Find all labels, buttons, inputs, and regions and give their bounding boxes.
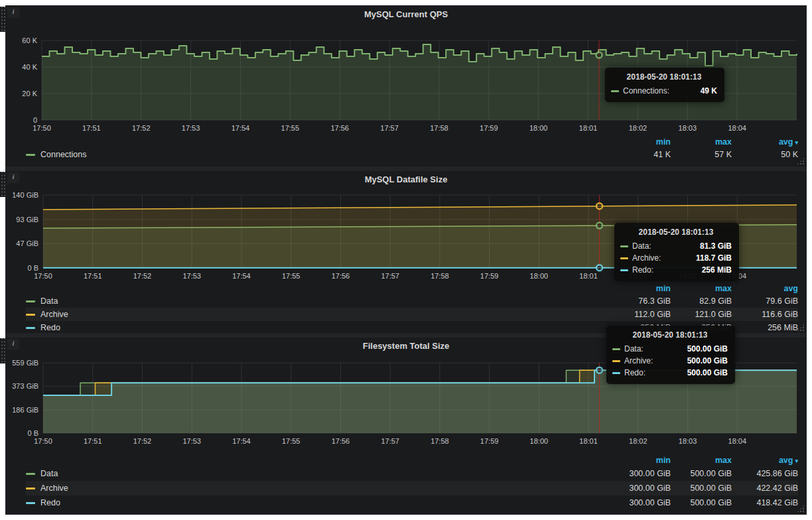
legend-series-toggle-redo[interactable]: Redo [26,498,60,507]
x-axis-label: 18:02 [629,437,647,445]
x-axis-label: 17:50 [33,124,51,132]
legend-sort-min[interactable]: min [610,137,671,147]
tooltip-timestamp: 2018-05-20 18:01:13 [620,228,732,240]
legend-value-max: 500.00 GiB [671,469,732,478]
x-axis-label: 18:01 [579,124,598,132]
tooltip-series-label: Connections: [623,86,679,96]
x-axis-label: 17:53 [182,272,201,280]
legend-series-label: Connections [40,150,87,159]
crosshair-marker-data [596,223,602,229]
legend-series-label: Archive [40,310,68,319]
x-axis-label: 18:03 [679,437,697,445]
x-axis-label: 18:04 [728,437,747,445]
panel-drag-handle-icon[interactable] [0,338,6,363]
tooltip-row: Archive:500.00 GiB [612,355,728,367]
filesystem-legend: minmaxavg▾Data300.00 GiB500.00 GiB425.86… [6,454,806,510]
sort-caret-icon: ▾ [795,458,798,464]
legend-value-avg: 418.42 GiB [732,498,798,507]
legend-series-label: Redo [40,498,60,507]
x-axis-label: 17:58 [431,272,449,280]
x-axis-label: 17:52 [133,437,152,445]
tooltip-series-label: Archive: [632,253,670,263]
legend-series-toggle-data[interactable]: Data [26,296,58,306]
info-icon[interactable]: i [7,7,19,18]
x-axis-label: 17:51 [84,272,102,280]
legend-sort-max[interactable]: max [671,284,732,293]
crosshair-marker-redo [596,265,602,271]
series-color-dash-icon [26,487,35,489]
legend-series-label: Data [40,296,58,306]
tooltip-timestamp: 2018-05-20 18:01:13 [611,72,717,85]
y-axis-label: 93 GiB [16,216,38,224]
panel-title[interactable]: MySQL Current QPS [364,9,448,19]
x-axis-label: 18:00 [530,437,549,445]
y-axis-label: 0 B [27,264,38,272]
tooltip-series-label: Data: [624,344,653,354]
legend-sort-avg[interactable]: avg▾ [732,137,798,147]
y-axis-label: 186 GiB [12,406,38,414]
tooltip-series-label: Data: [632,241,661,251]
x-axis-label: 18:00 [529,124,548,132]
x-axis-label: 17:55 [281,124,300,132]
tooltip-series-label: Redo: [632,265,663,275]
y-axis-label: 40 K [22,63,37,71]
series-color-dash-icon [620,245,628,247]
legend-sort-min[interactable]: min [610,456,671,465]
x-axis-label: 18:04 [728,124,746,132]
legend-value-min: 76.3 GiB [610,296,671,306]
chart-tooltip: 2018-05-20 18:01:13Connections:49 K [605,68,724,102]
crosshair-marker-redo [596,367,602,373]
tooltip-row: Redo:256 MiB [620,264,732,276]
legend-series-toggle-archive[interactable]: Archive [26,310,68,319]
info-icon[interactable]: i [7,172,19,183]
legend-sort-max[interactable]: max [671,137,732,147]
legend-series-label: Redo [40,323,60,332]
x-axis-label: 17:56 [332,272,350,280]
panel-title[interactable]: Filesystem Total Size [363,341,450,351]
legend-value-max: 500.00 GiB [671,498,732,507]
legend-row-data: Data76.3 GiB82.9 GiB79.6 GiB [26,294,798,308]
x-axis-label: 17:54 [232,437,251,445]
panel-title[interactable]: MySQL Datafile Size [365,174,448,184]
legend-header-row: minmaxavg▾ [26,136,798,148]
x-axis-label: 17:52 [132,124,151,132]
panel-drag-handle-icon[interactable] [0,7,6,32]
x-axis-label: 17:57 [381,272,399,280]
x-axis-label: 17:59 [480,272,499,280]
crosshair-marker-connections [596,52,602,58]
panel-drag-handle-icon[interactable] [0,172,6,197]
y-axis-label: 0 B [27,429,38,437]
legend-series-toggle-archive[interactable]: Archive [26,484,68,493]
tooltip-series-value: 500.00 GiB [687,356,728,365]
legend-series-toggle-redo[interactable]: Redo [26,323,60,332]
tooltip-series-value: 500.00 GiB [687,344,728,354]
series-color-dash-icon [26,473,35,475]
legend-value-avg: 422.42 GiB [732,484,798,493]
legend-series-toggle-data[interactable]: Data [26,469,58,478]
legend-sort-max[interactable]: max [671,456,732,465]
info-icon[interactable]: i [7,339,19,350]
x-axis-label: 17:58 [431,437,449,445]
x-axis-label: 17:53 [182,437,201,445]
y-axis-label: 60 K [22,36,37,44]
y-axis-label: 47 GiB [16,239,38,247]
qps-legend: minmaxavg▾Connections41 K57 K50 K [6,136,806,161]
legend-sort-avg[interactable]: avg [732,284,798,293]
series-color-dash-icon [26,502,35,504]
x-axis-label: 18:00 [530,272,549,280]
crosshair-marker-archive [596,203,602,209]
series-color-dash-icon [611,90,619,92]
y-axis-label: 140 GiB [12,191,38,199]
legend-value-avg: 425.86 GiB [732,469,798,478]
x-axis-label: 18:03 [679,124,697,132]
legend-value-min: 300.00 GiB [610,498,671,507]
legend-series-toggle-connections[interactable]: Connections [26,150,87,159]
x-axis-label: 17:56 [330,124,349,132]
x-axis-label: 17:52 [133,272,152,280]
legend-sort-avg[interactable]: avg▾ [732,456,798,465]
legend-row-redo: Redo300.00 GiB500.00 GiB418.42 GiB [26,495,798,510]
legend-sort-min[interactable]: min [610,284,671,293]
tooltip-timestamp: 2018-05-20 18:01:13 [612,330,728,343]
chart-tooltip: 2018-05-20 18:01:13Data:500.00 GiBArchiv… [606,326,735,384]
x-axis-label: 17:55 [282,272,301,280]
